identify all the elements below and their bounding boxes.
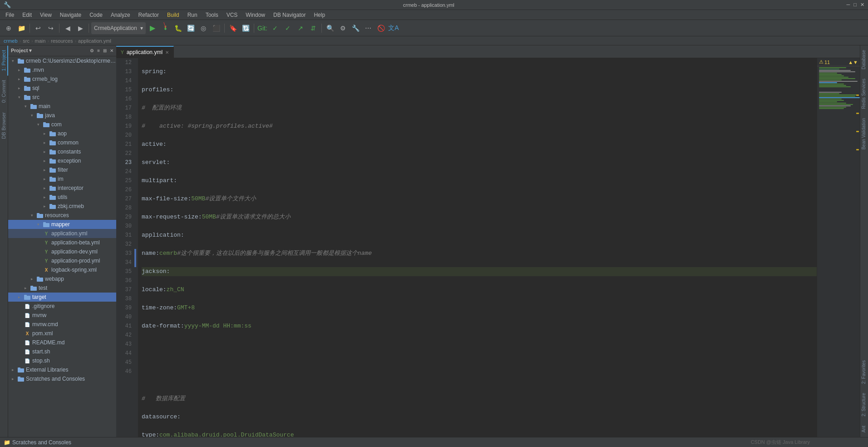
menu-item-help[interactable]: Help	[310, 11, 329, 19]
tree-item[interactable]: ▸aop	[8, 129, 116, 138]
tree-item[interactable]: ▸common	[8, 138, 116, 147]
project-close-icon[interactable]: ✕	[110, 48, 113, 53]
tree-item[interactable]: 📄README.md	[8, 338, 116, 347]
coverage-btn[interactable]: 🔄	[185, 22, 197, 34]
warning-nav-down[interactable]: ▼	[853, 60, 858, 65]
git-pull-btn[interactable]: ↗	[295, 22, 306, 34]
tree-item[interactable]: Xlogback-spring.xml	[8, 265, 116, 274]
bc-crmeb[interactable]: crmeb	[4, 38, 18, 44]
vtab-structure[interactable]: 2: Structure	[860, 388, 868, 421]
more-btn[interactable]: ⋯	[362, 22, 374, 34]
tree-item[interactable]: ▾mapper	[8, 220, 116, 229]
tree-item[interactable]: Yapplication-dev.yml	[8, 247, 116, 256]
bc-src[interactable]: src	[23, 38, 30, 44]
tree-item[interactable]: Yapplication.yml	[8, 229, 116, 238]
menu-item-run[interactable]: Run	[184, 11, 201, 19]
git-check-btn[interactable]: ✓	[269, 22, 281, 34]
vtab-redis[interactable]: Redis Services	[860, 74, 868, 114]
debug-btn[interactable]: 🐛	[172, 22, 184, 34]
tree-item[interactable]: ▾crmeb C:\Users\mzc\Desktop\crmeb\cr...	[8, 56, 116, 65]
tree-item[interactable]: ▸im	[8, 174, 116, 184]
settings-btn[interactable]: ⚙	[337, 22, 349, 34]
tree-item[interactable]: 📄stop.sh	[8, 356, 116, 365]
vtab-project[interactable]: 1: Project	[0, 45, 8, 75]
tree-item[interactable]: ▾src	[8, 93, 116, 102]
profile-btn[interactable]: ◎	[197, 22, 209, 34]
open-btn[interactable]: 📁	[15, 22, 27, 34]
tab-application-yml[interactable]: Y application.yml ✕	[116, 46, 174, 58]
menu-item-build[interactable]: Build	[163, 11, 183, 19]
menu-item-file[interactable]: File	[2, 11, 18, 19]
menu-item-dbnavigator[interactable]: DB Navigator	[270, 11, 309, 19]
tree-item[interactable]: ▾resources	[8, 211, 116, 220]
tree-item[interactable]: Xpom.xml	[8, 329, 116, 338]
no-btn[interactable]: 🚫	[375, 22, 387, 34]
tree-item[interactable]: ▸filter	[8, 165, 116, 174]
tree-item[interactable]: ▸crmeb_log	[8, 74, 116, 84]
project-sort-icon[interactable]: ≡	[97, 48, 100, 53]
run-config-dropdown[interactable]: CrmebApplication ▾	[91, 22, 146, 34]
vtab-database[interactable]: Database	[860, 45, 868, 74]
minimize-button[interactable]: ─	[847, 2, 850, 8]
forward-btn[interactable]: ▶	[74, 22, 86, 34]
tree-item[interactable]: ▾main	[8, 102, 116, 111]
new-project-btn[interactable]: ⊕	[3, 22, 15, 34]
tree-item[interactable]: ▾com	[8, 120, 116, 129]
redo-btn[interactable]: ↪	[45, 22, 57, 34]
tools2-btn[interactable]: 🔧	[350, 22, 361, 34]
tree-item[interactable]: ▸test	[8, 283, 116, 293]
maximize-button[interactable]: □	[853, 2, 857, 8]
back-btn[interactable]: ◀	[62, 22, 74, 34]
translate-btn[interactable]: 文A	[388, 22, 399, 34]
bc-file[interactable]: application.yml	[78, 38, 111, 44]
tab-close-btn[interactable]: ✕	[165, 50, 169, 55]
tree-item[interactable]: ▸webapp	[8, 274, 116, 283]
tree-item[interactable]: 📄.gitignore	[8, 302, 116, 311]
bookmark-btn[interactable]: 🔖	[227, 22, 239, 34]
tree-item[interactable]: ▸exception	[8, 156, 116, 165]
vtab-commit[interactable]: 0: Commit	[0, 75, 8, 107]
menu-item-vcs[interactable]: VCS	[223, 11, 242, 19]
warning-nav-up[interactable]: ▲	[848, 60, 853, 65]
vtab-ant[interactable]: Ant	[860, 421, 868, 437]
tree-item[interactable]: ▸utils	[8, 193, 116, 202]
bc-resources[interactable]: resources	[51, 38, 73, 44]
tree-item[interactable]: Yapplication-beta.yml	[8, 238, 116, 247]
tree-item[interactable]: Yapplication-prod.yml	[8, 256, 116, 265]
run-btn[interactable]: ▶	[147, 22, 158, 34]
tree-item[interactable]: ▸interceptor	[8, 184, 116, 193]
tree-item[interactable]: ▸target	[8, 293, 116, 302]
close-button[interactable]: ✕	[860, 2, 864, 8]
vtab-favorites[interactable]: 2: Favorites	[860, 356, 868, 388]
sync-btn[interactable]: 🔃	[240, 22, 252, 34]
tree-item[interactable]: 📄mvnw	[8, 311, 116, 320]
tree-item[interactable]: ▸constants	[8, 147, 116, 156]
git-merge-btn[interactable]: ⇵	[307, 22, 319, 34]
tree-item[interactable]: ▸External Libraries	[8, 365, 116, 374]
menu-item-navigate[interactable]: Navigate	[56, 11, 85, 19]
menu-item-view[interactable]: View	[36, 11, 55, 19]
tree-item[interactable]: ▾java	[8, 111, 116, 120]
tree-item[interactable]: ▸zbkj.crmeb	[8, 202, 116, 211]
find-btn[interactable]: 🔍	[324, 22, 336, 34]
tree-item[interactable]: ▸.mvn	[8, 65, 116, 74]
menu-item-analyze[interactable]: Analyze	[107, 11, 134, 19]
menu-item-edit[interactable]: Edit	[19, 11, 35, 19]
menu-item-window[interactable]: Window	[242, 11, 269, 19]
menu-item-tools[interactable]: Tools	[202, 11, 222, 19]
git-btn[interactable]: Git:	[256, 22, 268, 34]
project-expand-icon[interactable]: ⊞	[103, 48, 107, 53]
vtab-db-browser[interactable]: DB Browser	[0, 108, 8, 144]
project-options-icon[interactable]: ⚙	[90, 48, 94, 53]
bc-main[interactable]: main	[35, 38, 46, 44]
tree-item[interactable]: 📄mvnw.cmd	[8, 320, 116, 329]
scratches-label[interactable]: Scratches and Consoles	[12, 439, 71, 446]
stop-btn[interactable]: ⬛	[210, 22, 222, 34]
tree-item[interactable]: ▸sql	[8, 84, 116, 93]
vtab-bean-validation[interactable]: Bean Validation	[860, 114, 868, 154]
git-push-btn[interactable]: ✓	[282, 22, 294, 34]
menu-item-code[interactable]: Code	[86, 11, 106, 19]
menu-item-refactor[interactable]: Refactor	[135, 11, 163, 19]
tree-item[interactable]: 📄start.sh	[8, 347, 116, 356]
tree-item[interactable]: ▸Scratches and Consoles	[8, 374, 116, 383]
